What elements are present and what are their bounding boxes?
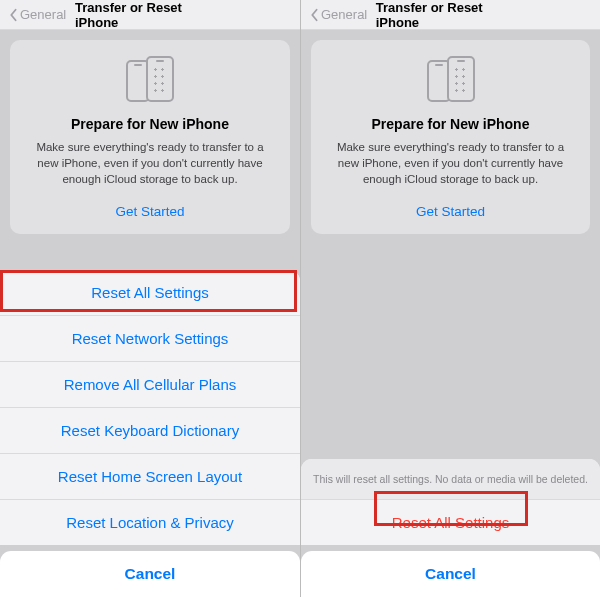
reset-all-settings-option[interactable]: Reset All Settings [0, 270, 300, 316]
page-title: Transfer or Reset iPhone [75, 0, 225, 30]
content-area: Prepare for New iPhone Make sure everyth… [301, 30, 600, 234]
prepare-card: Prepare for New iPhone Make sure everyth… [311, 40, 590, 234]
back-button[interactable]: General [8, 7, 66, 22]
card-title: Prepare for New iPhone [327, 116, 574, 132]
cancel-button[interactable]: Cancel [0, 551, 300, 597]
get-started-button[interactable]: Get Started [416, 204, 485, 219]
iphone-apps-icon [447, 56, 475, 102]
cancel-group: Cancel [301, 551, 600, 597]
card-description: Make sure everything's ready to transfer… [26, 140, 274, 188]
card-description: Make sure everything's ready to transfer… [327, 140, 574, 188]
reset-home-screen-option[interactable]: Reset Home Screen Layout [0, 454, 300, 500]
confirm-action-sheet: This will reset all settings. No data or… [301, 459, 600, 597]
cancel-button[interactable]: Cancel [301, 551, 600, 597]
reset-location-privacy-option[interactable]: Reset Location & Privacy [0, 500, 300, 545]
reset-all-settings-confirm[interactable]: Reset All Settings [301, 500, 600, 545]
chevron-left-icon [8, 8, 18, 22]
back-button[interactable]: General [309, 7, 367, 22]
get-started-button[interactable]: Get Started [115, 204, 184, 219]
page-title: Transfer or Reset iPhone [376, 0, 526, 30]
chevron-left-icon [309, 8, 319, 22]
remove-cellular-plans-option[interactable]: Remove All Cellular Plans [0, 362, 300, 408]
phone-icons [327, 54, 574, 102]
prepare-card: Prepare for New iPhone Make sure everyth… [10, 40, 290, 234]
navbar: General Transfer or Reset iPhone [0, 0, 300, 30]
sheet-confirm-group: This will reset all settings. No data or… [301, 459, 600, 545]
iphone-apps-icon [146, 56, 174, 102]
screen-left-reset-options: General Transfer or Reset iPhone Prepare… [0, 0, 300, 597]
content-area: Prepare for New iPhone Make sure everyth… [0, 30, 300, 234]
reset-keyboard-dictionary-option[interactable]: Reset Keyboard Dictionary [0, 408, 300, 454]
reset-action-sheet: Reset All Settings Reset Network Setting… [0, 270, 300, 597]
sheet-options-group: Reset All Settings Reset Network Setting… [0, 270, 300, 545]
cancel-group: Cancel [0, 551, 300, 597]
back-label: General [321, 7, 367, 22]
confirm-message: This will reset all settings. No data or… [301, 459, 600, 500]
card-title: Prepare for New iPhone [26, 116, 274, 132]
reset-network-settings-option[interactable]: Reset Network Settings [0, 316, 300, 362]
screen-right-confirm: General Transfer or Reset iPhone Prepare… [300, 0, 600, 597]
phone-icons [26, 54, 274, 102]
back-label: General [20, 7, 66, 22]
navbar: General Transfer or Reset iPhone [301, 0, 600, 30]
